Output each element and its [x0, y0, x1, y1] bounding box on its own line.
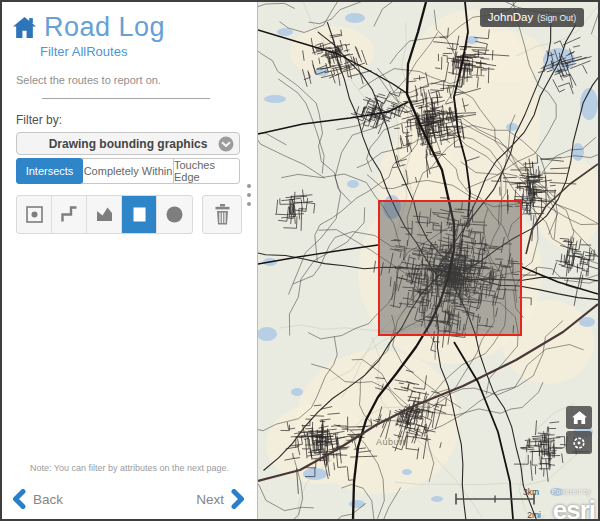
filter-panel: Road Log Filter AllRoutes Select the rou… — [2, 2, 257, 519]
scale-bar: 3km 2mi — [455, 490, 535, 516]
draw-rectangle-button[interactable] — [122, 196, 157, 233]
locate-crosshair-icon — [571, 435, 587, 451]
scale-km-label: 3km — [523, 487, 539, 497]
chevron-down-icon — [218, 136, 234, 152]
place-label-auburn: Auburn — [376, 437, 408, 447]
sign-out-label: (Sign Out) — [537, 13, 576, 23]
selection-rectangle[interactable] — [378, 200, 522, 336]
esri-logo: esri — [553, 497, 595, 519]
user-sign-out-badge[interactable]: JohnDay (Sign Out) — [480, 8, 584, 27]
panel-resize-handle[interactable] — [245, 182, 253, 208]
draw-polygon-button[interactable] — [87, 196, 122, 233]
map-container: Auburn JohnDay (Sign Out) — [257, 2, 598, 519]
powered-by-text: Powered by — [552, 488, 591, 495]
home-icon — [12, 16, 37, 39]
draw-tool-group — [16, 195, 193, 234]
spatial-relation-tabs: Intersects Completely Within Touches Edg… — [16, 158, 240, 184]
circle-icon — [164, 204, 185, 225]
app-title: Road Log — [44, 12, 165, 43]
draw-polyline-button[interactable] — [52, 196, 87, 233]
filter-by-label: Filter by: — [16, 113, 257, 127]
trash-icon — [212, 203, 233, 226]
draw-tools — [16, 195, 257, 234]
chevron-left-icon — [12, 489, 26, 509]
polyline-icon — [59, 204, 80, 225]
scale-mi-label: 2mi — [527, 510, 541, 519]
username: JohnDay — [488, 11, 533, 23]
tab-touches-edge[interactable]: Touches Edge — [173, 158, 240, 184]
instruction-text: Select the routes to report on. — [16, 74, 257, 86]
road-log-window: Road Log Filter AllRoutes Select the rou… — [0, 0, 600, 521]
back-label: Back — [33, 492, 63, 507]
draw-point-button[interactable] — [17, 196, 52, 233]
point-icon — [24, 204, 45, 225]
page-subtitle: Filter AllRoutes — [40, 44, 257, 59]
note-text: Note: You can filter by attributes on th… — [2, 463, 257, 473]
panel-header: Road Log — [2, 2, 257, 43]
map-widget-buttons — [566, 406, 592, 454]
back-button[interactable]: Back — [12, 489, 63, 509]
my-location-button[interactable] — [566, 431, 592, 454]
tab-intersects[interactable]: Intersects — [16, 158, 83, 184]
next-label: Next — [196, 492, 224, 507]
divider-line — [42, 98, 210, 99]
chevron-right-icon — [231, 489, 245, 509]
next-button[interactable]: Next — [196, 489, 245, 509]
draw-circle-button[interactable] — [157, 196, 192, 233]
home-extent-button[interactable] — [566, 406, 592, 429]
dropdown-value: Drawing bounding graphics — [49, 137, 208, 151]
polygon-icon — [94, 204, 115, 225]
filter-method-dropdown[interactable]: Drawing bounding graphics — [16, 132, 240, 155]
home-icon — [572, 411, 587, 425]
wizard-nav: Back Next — [12, 489, 245, 509]
clear-graphics-button[interactable] — [202, 195, 242, 234]
rectangle-icon — [129, 204, 150, 225]
tab-completely-within[interactable]: Completely Within — [82, 158, 174, 184]
